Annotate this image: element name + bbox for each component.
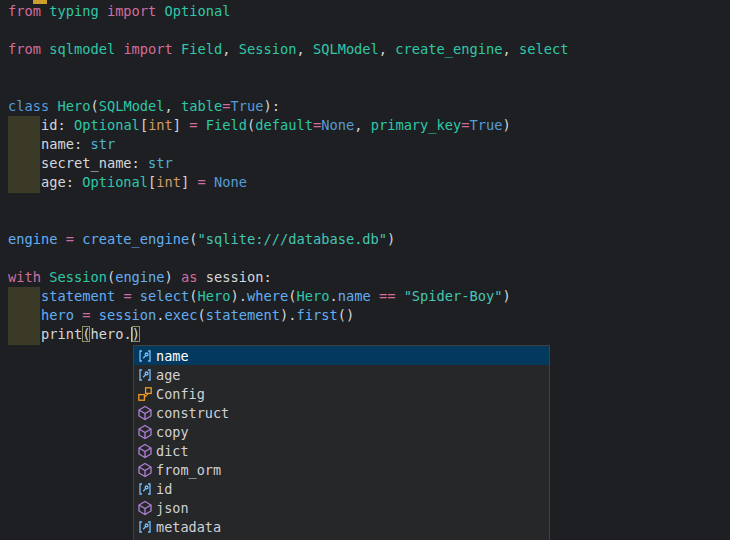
code-token: name (338, 288, 379, 304)
code-token: Optional (82, 174, 148, 190)
code-line: engine = create_engine("sqlite:///databa… (8, 230, 568, 249)
code-token: import (107, 3, 165, 19)
symbol-icon (137, 462, 153, 478)
code-token: age: (8, 174, 82, 190)
code-token: == (379, 288, 404, 304)
code-token: () (338, 307, 354, 323)
suggestion-label: json (156, 500, 189, 516)
suggestion-item[interactable]: copy (134, 422, 549, 441)
code-token: ) (387, 231, 395, 247)
field-icon (137, 481, 153, 497)
code-token: ( (107, 269, 115, 285)
code-token: create_engine (395, 41, 502, 57)
suggestion-label: name (156, 348, 189, 364)
suggestion-label: age (156, 367, 180, 383)
field-icon (137, 367, 153, 383)
code-token: ] (181, 174, 197, 190)
code-token: True (231, 98, 264, 114)
code-token: SQLModel (313, 41, 379, 57)
suggestion-item[interactable]: age (134, 365, 549, 384)
code-token: sqlmodel (49, 41, 123, 57)
code-token: = (82, 307, 98, 323)
code-token: . (156, 307, 164, 323)
code-line: hero = session.exec(statement).first() (8, 306, 568, 325)
code-line: age: Optional[int] = None (8, 173, 568, 192)
code-line: statement = select(Hero).where(Hero.name… (8, 287, 568, 306)
code-token: ). (231, 288, 247, 304)
code-token: engine (115, 269, 164, 285)
method-icon (137, 424, 153, 440)
code-token: session (99, 307, 157, 323)
code-token: import (123, 41, 181, 57)
code-token: , (296, 41, 312, 57)
code-token: str (148, 155, 173, 171)
code-line (8, 59, 568, 78)
field-icon (137, 519, 153, 535)
code-token: id: (8, 117, 74, 133)
code-token: = (66, 231, 82, 247)
autocomplete-popup[interactable]: name age Config construct (133, 345, 550, 540)
code-line (8, 21, 568, 40)
suggestion-label: copy (156, 424, 189, 440)
suggestion-item[interactable]: name (134, 346, 549, 365)
code-token: , (379, 41, 395, 57)
suggestion-item[interactable]: Config (134, 384, 549, 403)
code-line: class Hero(SQLModel, table=True): (8, 97, 568, 116)
symbol-icon (137, 386, 153, 402)
suggestion-label: id (156, 481, 172, 497)
code-token: int (156, 174, 181, 190)
code-token: Hero (198, 288, 231, 304)
symbol-icon (137, 481, 153, 497)
symbol-icon (137, 367, 153, 383)
code-line: with Session(engine) as session: (8, 268, 568, 287)
code-token: class (8, 98, 57, 114)
code-token: str (90, 136, 115, 152)
code-token: with (8, 269, 49, 285)
code-token: ) (165, 269, 181, 285)
code-token: ( (90, 98, 98, 114)
code-token: , (502, 41, 518, 57)
code-token: first (296, 307, 337, 323)
code-token: Session (49, 269, 107, 285)
code-token: ) (503, 288, 511, 304)
code-token: as (181, 269, 206, 285)
code-token: = (461, 117, 469, 133)
code-token (8, 307, 41, 323)
code-token: , (222, 41, 238, 57)
code-token: primary_key (371, 117, 462, 133)
code-token: hero. (90, 326, 131, 342)
code-editor[interactable]: from typing import Optionalfrom sqlmodel… (0, 0, 730, 540)
code-line: from sqlmodel import Field, Session, SQL… (8, 40, 568, 59)
symbol-icon (137, 348, 153, 364)
code-token: , (165, 98, 181, 114)
code-token: ] (173, 117, 189, 133)
code-line: id: Optional[int] = Field(default=None, … (8, 116, 568, 135)
suggestion-item[interactable]: construct (134, 403, 549, 422)
code-line: from typing import Optional (8, 2, 568, 21)
symbol-icon (137, 443, 153, 459)
code-line (8, 249, 568, 268)
suggestion-item[interactable]: from_orm (134, 460, 549, 479)
code-token: table (181, 98, 222, 114)
code-line (8, 192, 568, 211)
code-token: Hero (296, 288, 329, 304)
code-token: from (8, 3, 49, 19)
suggestion-item[interactable]: id (134, 479, 549, 498)
code-token: ): (264, 98, 280, 114)
suggestion-label: from_orm (156, 462, 221, 478)
code-token: "sqlite:///database.db" (198, 231, 388, 247)
suggestion-item[interactable]: metadata (134, 517, 549, 536)
bracket-match: ) (132, 326, 140, 342)
code-token: default (255, 117, 313, 133)
code-token: select (140, 288, 189, 304)
code-token: = (198, 174, 214, 190)
suggestion-item[interactable]: json (134, 498, 549, 517)
symbol-icon (137, 424, 153, 440)
suggestion-item[interactable]: dict (134, 441, 549, 460)
code-token: hero (41, 307, 82, 323)
code-token: None (321, 117, 354, 133)
code-token: Field (181, 41, 222, 57)
field-icon (137, 348, 153, 364)
code-token: Field (206, 117, 247, 133)
code-token: ( (198, 307, 206, 323)
